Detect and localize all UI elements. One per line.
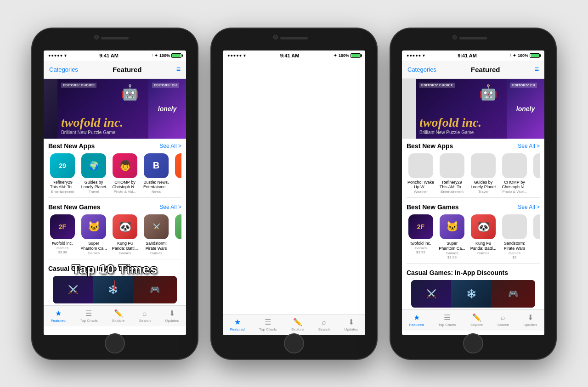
app3-refinery29[interactable]: Refinery29 This AM: To... Entertainment xyxy=(438,153,466,194)
game3-sandstorm[interactable]: Sandstorm: Pirate Wars Games$2 xyxy=(500,214,529,259)
status-bar-2: ●●●●● ▾ 9:41 AM ✦ 100% xyxy=(223,50,365,61)
speaker xyxy=(101,37,129,39)
app-lonely-planet[interactable]: 🌍 Guides by Lonely Planet Travel xyxy=(79,153,108,194)
home-button-3[interactable] xyxy=(463,333,483,353)
top-charts-tab-label: Top Charts xyxy=(80,319,98,323)
game3-kungfu[interactable]: 🐼 Kung Fu Panda: Battl... Games xyxy=(469,214,498,259)
app-icon-chomp: 👦 xyxy=(113,153,137,178)
featured-banner[interactable]: EDITORS' CHOICE 🤖 twofold inc. Brilliant… xyxy=(44,79,186,139)
discount-banner-3[interactable]: ⚔️ ❄️ 🎮 xyxy=(411,280,535,308)
app3-name-chomp: CHOMP by Christoph N... xyxy=(500,180,529,190)
phone-3: ●●●●● ▾ 9:41 AM ↑ ✦ 100% Categories Feat… xyxy=(390,28,556,359)
tab-featured-3[interactable]: ★ Featured xyxy=(406,311,428,329)
app-inq[interactable]: I Inq... Tar...$1 xyxy=(173,153,181,194)
screen-1: ●●●●● ▾ 9:41 AM ↑ ✦ 100% Categories Feat… xyxy=(44,50,186,335)
section-header-games: Best New Games See All > xyxy=(48,203,181,211)
see-all-apps[interactable]: See All > xyxy=(159,143,181,149)
signal-strength-2: ●●●●● xyxy=(227,53,242,58)
battery-percent: 100% xyxy=(159,53,170,58)
list-icon-3[interactable]: ≡ xyxy=(535,65,539,73)
categories-button-3[interactable]: Categories xyxy=(407,66,436,73)
game3-circ[interactable]: Circ... Games xyxy=(531,214,540,259)
wifi-icon: ▾ xyxy=(64,53,67,58)
game3-icon-twofold: 2F xyxy=(408,214,433,239)
explore-tab-icon: ✏️ xyxy=(114,309,123,318)
banner-side-3[interactable]: EDITORS' CH lonely xyxy=(507,79,544,139)
game-name-kungfu: Kung Fu Panda: Battl... xyxy=(111,241,139,251)
tab-updates-3[interactable]: ⬇ Updates xyxy=(520,311,541,329)
game3-sub-phantom: Games$1.99 xyxy=(438,251,466,259)
game-phantom[interactable]: 🐱 Super Phantom Ca... Games xyxy=(79,214,108,255)
app-refinery29[interactable]: 29 Refinery29 This AM: To... Entertainme… xyxy=(48,153,77,194)
game3-name-kungfu: Kung Fu Panda: Battl... xyxy=(469,241,498,251)
game-sandstorm[interactable]: ⚔️ Sandstorm: Pirate Wars Games xyxy=(142,214,170,255)
home-button-2[interactable] xyxy=(284,333,304,353)
top-charts-tab-icon: ☰ xyxy=(85,309,92,318)
game3-name-sandstorm: Sandstorm: Pirate Wars xyxy=(500,241,529,251)
games-row: 2F twofold inc. Games$3.99 🐱 Super Phant… xyxy=(48,214,181,255)
app-name-bustle: Bustle: News, Entertainme... xyxy=(142,180,170,190)
discount-section: Casual Games: In-App Discounts ⚔️ ❄️ 🎮 xyxy=(44,261,186,305)
apps-row: 29 Refinery29 This AM: To... Entertainme… xyxy=(48,153,181,194)
tab-updates[interactable]: ⬇ Updates xyxy=(161,307,182,325)
editors-badge-2: EDITORS' CH xyxy=(152,83,179,88)
games-row-3: 2F twofold inc. Games$3.99 🐱 Super Phant… xyxy=(407,214,540,259)
time-display-2: 9:41 AM xyxy=(280,53,300,58)
game3-sub-sandstorm: Games$2 xyxy=(500,251,529,259)
tab-featured[interactable]: ★ Featured xyxy=(47,307,69,325)
game3-twofold[interactable]: 2F twofold inc. Games$3.99 xyxy=(407,214,435,259)
tab-top-charts[interactable]: ☰ Top Charts xyxy=(76,307,102,325)
tab-explore[interactable]: ✏️ Explore xyxy=(108,307,128,325)
game3-sub-circ: Games xyxy=(531,246,540,250)
see-all-games[interactable]: See All > xyxy=(159,204,181,210)
nav-title: Featured xyxy=(113,66,141,73)
explore-tab-icon-3: ✏️ xyxy=(472,313,481,322)
tab-explore-3[interactable]: ✏️ Explore xyxy=(467,311,486,329)
app-name-lonely: Guides by Lonely Planet xyxy=(79,180,108,190)
game3-phantom[interactable]: 🐱 Super Phantom Ca... Games$1.99 xyxy=(438,214,466,259)
discount-section-3: Casual Games: In-App Discounts ⚔️ ❄️ 🎮 xyxy=(402,265,544,309)
tab-search[interactable]: ⌕ Search xyxy=(136,308,154,325)
tab-explore-2[interactable]: ✏️ Explore xyxy=(288,316,307,333)
app3-bus[interactable]: Bus... Ne... xyxy=(531,153,540,194)
categories-button[interactable]: Categories xyxy=(49,66,78,73)
app3-lonely[interactable]: Guides by Lonely Planet Travel xyxy=(469,153,498,194)
battery-percent-3: 100% xyxy=(518,53,528,58)
discount-banner[interactable]: ⚔️ ❄️ 🎮 xyxy=(53,276,177,303)
featured-banner-3[interactable]: EDITORS' CHOICE 🤖 twofold inc. Brilliant… xyxy=(402,79,544,139)
tab-featured-2[interactable]: ★ Featured xyxy=(226,316,249,333)
search-tab-icon: ⌕ xyxy=(142,309,147,318)
phone-2: ●●●●● ▾ 9:41 AM ✦ 100% ★ Featured ☰ Top xyxy=(211,28,377,359)
tab-top-charts-2[interactable]: ☰ Top Charts xyxy=(255,316,281,333)
battery-fill-3 xyxy=(531,54,539,57)
game-twofold[interactable]: 2F twofold inc. Games$3.99 xyxy=(48,214,77,255)
app-chomp[interactable]: 👦 CHOMP by Christoph N... Photo & Vid... xyxy=(111,153,139,194)
best-new-games-section-3: Best New Games See All > 2F twofold inc.… xyxy=(402,200,544,261)
best-new-apps-section-3: Best New Apps See All > Poncho: Wake Up … xyxy=(402,139,544,196)
discount-item-1: ⚔️ xyxy=(53,276,93,303)
wifi-icon-3: ▾ xyxy=(423,53,425,58)
banner-side[interactable]: EDITORS' CH lonely xyxy=(148,79,186,139)
explore-tab-label-3: Explore xyxy=(470,323,483,327)
game-circ[interactable]: ◎ Circ... Games$2 xyxy=(173,214,181,255)
app3-chomp[interactable]: CHOMP by Christoph N... Photo & Vide... xyxy=(500,153,529,194)
see-all-apps-3[interactable]: See All > xyxy=(518,143,540,149)
tab-updates-2[interactable]: ⬇ Updates xyxy=(340,316,362,333)
game-kungfu[interactable]: 🐼 Kung Fu Panda: Battl... Games xyxy=(111,214,139,255)
divider-3-1 xyxy=(407,197,540,198)
tab-top-charts-3[interactable]: ☰ Top Charts xyxy=(435,311,460,329)
app-name-inq: Inq... xyxy=(173,180,181,185)
tab-search-3[interactable]: ⌕ Search xyxy=(494,312,513,329)
banner-main[interactable]: EDITORS' CHOICE 🤖 twofold inc. Brilliant… xyxy=(57,79,148,139)
battery-fill-2 xyxy=(351,54,360,57)
game-icon-twofold: 2F xyxy=(50,214,75,239)
app-bustle[interactable]: B Bustle: News, Entertainme... News xyxy=(142,153,170,194)
see-all-games-3[interactable]: See All > xyxy=(518,204,540,210)
app3-poncho[interactable]: Poncho: Wake Up W... Weather xyxy=(407,153,435,194)
tab-search-2[interactable]: ⌕ Search xyxy=(315,316,334,333)
section-header-apps-3: Best New Apps See All > xyxy=(407,142,540,150)
bluetooth-icon-2: ✦ xyxy=(334,53,337,58)
list-icon[interactable]: ≡ xyxy=(176,65,181,73)
banner-main-3[interactable]: EDITORS' CHOICE 🤖 twofold inc. Brilliant… xyxy=(416,79,507,139)
home-button[interactable] xyxy=(105,333,125,353)
